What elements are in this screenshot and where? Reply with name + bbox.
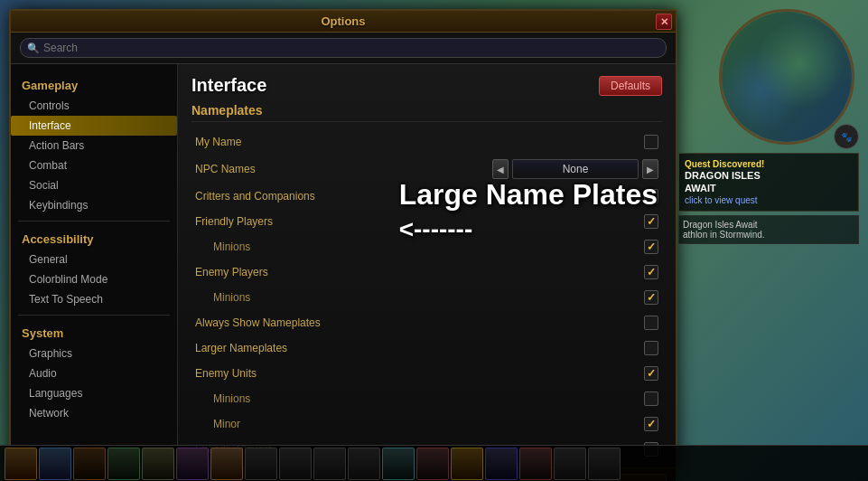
setting-label-minions-1: Minions: [213, 240, 644, 253]
hotbar-slot-9[interactable]: [279, 448, 312, 480]
sidebar-item-action-bars[interactable]: Action Bars: [11, 136, 177, 156]
sidebar-item-graphics[interactable]: Graphics: [11, 344, 177, 363]
hotbar-slot-12[interactable]: [382, 448, 415, 480]
sidebar-divider-1: [18, 221, 170, 222]
sidebar-item-general[interactable]: General: [11, 250, 177, 269]
search-bar-container: 🔍: [11, 33, 676, 64]
checkbox-critters[interactable]: [644, 189, 658, 203]
hotbar-slot-2[interactable]: [39, 448, 71, 480]
hotbar-slot-13[interactable]: [416, 448, 449, 480]
settings-scroll[interactable]: My Name NPC Names ◀ None ▶ Critters and …: [191, 129, 662, 457]
options-body: Gameplay Controls Interface Action Bars …: [11, 64, 676, 467]
quest-panel: Quest Discovered! Dragon IslesAwait clic…: [678, 153, 859, 212]
checkbox-enemy-players[interactable]: [644, 265, 658, 279]
setting-label-npc-names: NPC Names: [195, 163, 492, 175]
hotbar-slot-5[interactable]: [142, 448, 174, 480]
quest-view-link[interactable]: click to view quest: [685, 195, 853, 205]
sidebar-group-system: System: [11, 321, 177, 344]
setting-row-my-name: My Name: [191, 129, 662, 155]
sidebar-item-tts[interactable]: Text To Speech: [11, 289, 177, 309]
minimap-inner: [722, 12, 852, 142]
sidebar-divider-2: [18, 315, 170, 316]
sidebar-item-interface[interactable]: Interface: [11, 116, 177, 136]
setting-row-enemy-units: Enemy Units: [191, 361, 662, 386]
search-input[interactable]: [20, 38, 667, 58]
hotbar-slot-10[interactable]: [313, 448, 346, 480]
setting-row-enemy-players: Enemy Players: [191, 259, 662, 285]
checkbox-minions-3[interactable]: [644, 391, 658, 406]
minimap-area: 🐾: [678, 9, 859, 149]
setting-label-minions-2: Minions: [213, 291, 644, 304]
quest-discovered-label: Quest Discovered!: [685, 159, 853, 169]
right-panel: 🐾 Quest Discovered! Dragon IslesAwait cl…: [678, 9, 859, 244]
options-titlebar: Options ✕: [11, 11, 676, 33]
setting-row-friendly-players: Friendly Players: [191, 209, 662, 234]
hotbar-slot-17[interactable]: [554, 448, 586, 480]
hotbar-slot-15[interactable]: [485, 448, 518, 480]
sidebar-group-accessibility: Accessibility: [11, 227, 177, 250]
setting-label-critters: Critters and Companions: [195, 190, 644, 203]
checkbox-enemy-units[interactable]: [644, 366, 658, 381]
setting-row-npc-names: NPC Names ◀ None ▶: [191, 155, 662, 184]
npc-names-next-btn[interactable]: ▶: [642, 159, 658, 179]
npc-names-prev-btn[interactable]: ◀: [492, 159, 509, 179]
search-wrapper: 🔍: [20, 38, 667, 58]
hotbar-slot-11[interactable]: [348, 448, 380, 480]
setting-row-always-show: Always Show Nameplates: [191, 310, 662, 335]
quest-detail-text: Dragon Isles Await: [683, 220, 758, 230]
sidebar-item-combat[interactable]: Combat: [11, 156, 177, 175]
npc-names-value[interactable]: None: [512, 159, 639, 179]
setting-label-enemy-units: Enemy Units: [195, 367, 644, 380]
setting-row-larger-nameplates: Larger Nameplates: [191, 335, 662, 361]
hotbar-slot-14[interactable]: [451, 448, 483, 480]
npc-names-dropdown-row: ◀ None ▶: [492, 159, 658, 179]
checkbox-my-name[interactable]: [644, 135, 658, 149]
sidebar-item-languages[interactable]: Languages: [11, 383, 177, 403]
hotbar-slot-18[interactable]: [588, 448, 621, 480]
hotbar-slot-16[interactable]: [519, 448, 552, 480]
sidebar-item-controls[interactable]: Controls: [11, 96, 177, 116]
sidebar-item-social[interactable]: Social: [11, 175, 177, 195]
quest-detail2-text: athlon in Stormwind.: [683, 230, 765, 240]
main-content: Interface Defaults Nameplates My Name NP…: [178, 64, 676, 467]
setting-label-minions-3: Minions: [213, 392, 644, 405]
checkbox-minions-1[interactable]: [644, 240, 658, 254]
setting-label-always-show: Always Show Nameplates: [195, 316, 644, 329]
checkbox-minions-2[interactable]: [644, 290, 658, 305]
setting-row-minor: Minor: [191, 411, 662, 437]
sidebar: Gameplay Controls Interface Action Bars …: [11, 64, 178, 467]
section-title: Nameplates: [191, 103, 662, 122]
content-header: Interface Defaults: [191, 75, 662, 96]
checkbox-minor[interactable]: [644, 417, 658, 431]
setting-label-enemy-players: Enemy Players: [195, 266, 644, 278]
hotbar-slot-6[interactable]: [176, 448, 209, 480]
quest-title: Dragon IslesAwait: [685, 169, 853, 195]
sidebar-item-colorblind[interactable]: Colorblind Mode: [11, 269, 177, 289]
setting-label-my-name: My Name: [195, 136, 644, 148]
hotbar-slot-7[interactable]: [210, 448, 243, 480]
setting-label-larger-nameplates: Larger Nameplates: [195, 342, 644, 354]
setting-row-critters: Critters and Companions: [191, 184, 662, 209]
sidebar-item-audio[interactable]: Audio: [11, 363, 177, 383]
checkbox-larger-nameplates[interactable]: [644, 341, 658, 355]
hotbar-slot-3[interactable]: [73, 448, 106, 480]
minimap-tracking-icon[interactable]: 🐾: [834, 124, 859, 149]
checkbox-friendly-players[interactable]: [644, 214, 658, 229]
checkbox-always-show[interactable]: [644, 316, 658, 330]
hotbar-slot-1[interactable]: [5, 448, 37, 480]
search-icon: 🔍: [27, 42, 40, 54]
hotbar: [0, 445, 868, 481]
sidebar-item-keybindings[interactable]: Keybindings: [11, 195, 177, 215]
sidebar-item-network[interactable]: Network: [11, 403, 177, 423]
minimap: [719, 9, 854, 145]
hotbar-slot-4[interactable]: [107, 448, 140, 480]
setting-row-minions-1: Minions: [191, 234, 662, 259]
setting-row-minions-3: Minions: [191, 386, 662, 411]
close-icon-title[interactable]: ✕: [656, 14, 672, 30]
sidebar-group-gameplay: Gameplay: [11, 73, 177, 96]
setting-row-minions-2: Minions: [191, 285, 662, 310]
page-title: Interface: [191, 75, 266, 96]
hotbar-slot-8[interactable]: [245, 448, 277, 480]
setting-label-friendly-players: Friendly Players: [195, 215, 644, 228]
defaults-button[interactable]: Defaults: [599, 76, 662, 96]
